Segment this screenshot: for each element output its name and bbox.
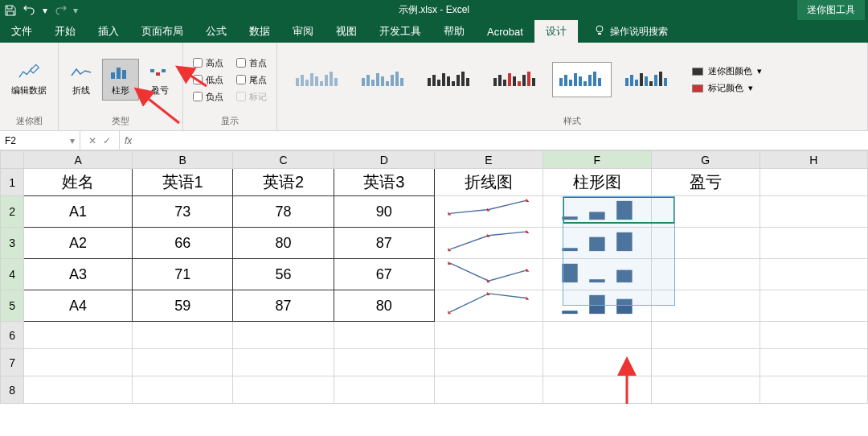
cell[interactable] bbox=[651, 349, 760, 376]
cell[interactable]: A4 bbox=[24, 290, 133, 322]
cell[interactable] bbox=[651, 376, 760, 404]
cell[interactable] bbox=[133, 349, 233, 376]
row-header-5[interactable]: 5 bbox=[1, 290, 24, 322]
col-header-h[interactable]: H bbox=[760, 151, 868, 169]
sparkline-line-cell[interactable] bbox=[434, 196, 542, 228]
sparkline-column-cell[interactable] bbox=[542, 228, 651, 259]
col-header-a[interactable]: A bbox=[24, 151, 133, 169]
cell[interactable]: 80 bbox=[233, 228, 334, 259]
sparkline-line-cell[interactable] bbox=[434, 228, 542, 259]
neg-point-checkbox[interactable]: 负点 bbox=[193, 91, 223, 103]
cell[interactable] bbox=[760, 196, 868, 228]
tab-insert[interactable]: 插入 bbox=[87, 20, 130, 43]
style-item-2[interactable] bbox=[354, 62, 414, 97]
style-item-4[interactable] bbox=[486, 62, 546, 97]
tab-file[interactable]: 文件 bbox=[0, 20, 43, 43]
cell[interactable]: 71 bbox=[133, 259, 233, 290]
row-header-7[interactable]: 7 bbox=[1, 349, 24, 376]
col-header-d[interactable]: D bbox=[334, 151, 434, 169]
sparkline-column-cell[interactable] bbox=[542, 196, 651, 228]
name-box-dropdown-icon[interactable]: ▾ bbox=[70, 135, 75, 146]
cell[interactable] bbox=[651, 259, 760, 290]
cell[interactable]: 80 bbox=[334, 290, 434, 322]
tab-review[interactable]: 审阅 bbox=[281, 20, 325, 43]
sparkline-column-cell[interactable] bbox=[542, 259, 651, 290]
col-header-g[interactable]: G bbox=[651, 151, 760, 169]
qat-customize-icon[interactable]: ▾ bbox=[72, 3, 79, 18]
sparkline-line-cell[interactable] bbox=[434, 290, 542, 322]
cell[interactable]: 盈亏 bbox=[651, 169, 760, 196]
cell[interactable] bbox=[24, 349, 133, 376]
row-header-6[interactable]: 6 bbox=[1, 322, 24, 349]
line-type-button[interactable]: 折线 bbox=[63, 60, 99, 99]
marker-color-button[interactable]: 标记颜色 ▾ bbox=[692, 82, 762, 94]
tab-home[interactable]: 开始 bbox=[43, 20, 87, 43]
cell[interactable] bbox=[24, 376, 133, 404]
sparkline-line-cell[interactable] bbox=[434, 259, 542, 290]
cell[interactable] bbox=[233, 349, 334, 376]
name-box[interactable]: F2 ▾ bbox=[0, 131, 80, 150]
sparkline-column-cell[interactable] bbox=[542, 290, 651, 322]
cell[interactable]: A2 bbox=[24, 228, 133, 259]
row-header-3[interactable]: 3 bbox=[1, 228, 24, 259]
cell[interactable] bbox=[133, 376, 233, 404]
tab-data[interactable]: 数据 bbox=[238, 20, 281, 43]
col-header-e[interactable]: E bbox=[434, 151, 542, 169]
tab-pagelayout[interactable]: 页面布局 bbox=[130, 20, 194, 43]
cell[interactable] bbox=[24, 322, 133, 349]
cell[interactable]: 英语1 bbox=[133, 169, 233, 196]
edit-data-button[interactable]: 编辑数据 bbox=[5, 60, 53, 99]
cell[interactable] bbox=[542, 322, 651, 349]
cell[interactable] bbox=[760, 349, 868, 376]
cell[interactable]: 56 bbox=[233, 259, 334, 290]
tab-developer[interactable]: 开发工具 bbox=[368, 20, 432, 43]
first-point-checkbox[interactable]: 首点 bbox=[236, 57, 267, 69]
cell[interactable]: 59 bbox=[133, 290, 233, 322]
cell[interactable] bbox=[760, 322, 868, 349]
cell[interactable] bbox=[760, 290, 868, 322]
cell[interactable]: 78 bbox=[233, 196, 334, 228]
sparkline-color-button[interactable]: 迷你图颜色 ▾ bbox=[692, 65, 762, 77]
cancel-icon[interactable]: ✕ bbox=[88, 135, 96, 146]
redo-icon[interactable] bbox=[53, 3, 68, 18]
tab-help[interactable]: 帮助 bbox=[432, 20, 476, 43]
cell[interactable] bbox=[542, 376, 651, 404]
cell[interactable] bbox=[651, 290, 760, 322]
tab-design[interactable]: 设计 bbox=[534, 20, 578, 43]
cell[interactable] bbox=[542, 349, 651, 376]
tell-me-search[interactable]: 操作说明搜索 bbox=[584, 20, 678, 43]
tab-formulas[interactable]: 公式 bbox=[194, 20, 238, 43]
cell[interactable] bbox=[760, 376, 868, 404]
row-header-2[interactable]: 2 bbox=[1, 196, 24, 228]
cell[interactable]: 柱形图 bbox=[542, 169, 651, 196]
cell[interactable]: 英语2 bbox=[233, 169, 334, 196]
cell[interactable] bbox=[760, 169, 868, 196]
cell[interactable]: A1 bbox=[24, 196, 133, 228]
cell[interactable]: 姓名 bbox=[24, 169, 133, 196]
select-all-corner[interactable] bbox=[1, 151, 24, 169]
row-header-1[interactable]: 1 bbox=[1, 169, 24, 196]
last-point-checkbox[interactable]: 尾点 bbox=[236, 74, 267, 86]
cell[interactable] bbox=[133, 322, 233, 349]
cell[interactable] bbox=[434, 322, 542, 349]
cell[interactable] bbox=[334, 376, 434, 404]
undo-dropdown-icon[interactable]: ▾ bbox=[42, 3, 48, 18]
cell[interactable]: 66 bbox=[133, 228, 233, 259]
style-gallery[interactable] bbox=[282, 56, 684, 104]
tab-view[interactable]: 视图 bbox=[325, 20, 368, 43]
save-icon[interactable] bbox=[3, 3, 18, 18]
fx-icon[interactable]: fx bbox=[120, 135, 137, 146]
cell[interactable]: 英语3 bbox=[334, 169, 434, 196]
high-point-checkbox[interactable]: 高点 bbox=[193, 57, 223, 69]
cell[interactable]: 67 bbox=[334, 259, 434, 290]
cell[interactable] bbox=[334, 349, 434, 376]
tab-acrobat[interactable]: Acrobat bbox=[476, 20, 534, 43]
style-item-6[interactable] bbox=[618, 62, 678, 97]
cell[interactable] bbox=[651, 196, 760, 228]
undo-icon[interactable] bbox=[23, 3, 37, 18]
cell[interactable] bbox=[760, 259, 868, 290]
style-item-1[interactable] bbox=[289, 62, 348, 97]
cell[interactable] bbox=[233, 322, 334, 349]
spreadsheet-grid[interactable]: A B C D E F G H 1 姓名 英语1 英语2 英语3 折线图 柱形图… bbox=[0, 150, 868, 404]
cell[interactable]: 87 bbox=[334, 228, 434, 259]
